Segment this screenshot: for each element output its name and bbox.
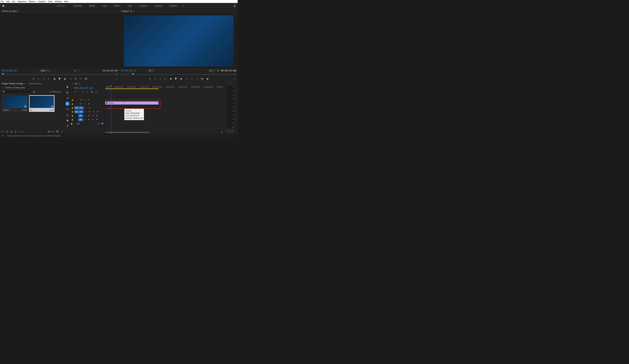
workspace-libraries[interactable]: Libraries [166,3,181,9]
playhead[interactable] [111,86,111,134]
sort-icon[interactable]: ≣▾ [48,130,50,133]
track-row-v1[interactable]: 10.mov [105,101,223,105]
creative-cloud-icon[interactable]: ◎ [2,134,4,137]
pen-tool-icon[interactable] [66,113,69,117]
transport-add-button-icon[interactable]: ＋ [233,77,235,80]
step-back-icon[interactable]: ◀| [53,78,56,80]
slip-tool-icon[interactable] [66,108,69,111]
v-zoom-mid-icon[interactable]: ○ [221,105,222,108]
menu-view[interactable]: View [48,0,52,3]
source-settings-icon[interactable]: ⇄ [78,69,80,72]
source-panel-title[interactable]: Source: (no clips) [2,10,17,12]
project-tab[interactable]: Project: Teckers cut blog [2,83,23,85]
snapshot-icon[interactable]: 📷 [201,78,204,80]
menu-graphics[interactable]: Graphics [38,0,46,3]
track-header-a2[interactable]: 🔒A2▭MS🎤 [70,114,105,118]
source-scrub[interactable] [2,73,118,76]
source-tc-left[interactable]: 00;00;00;00 [2,69,17,72]
meter-clip-right[interactable] [230,83,232,84]
workspace-captions[interactable]: Captions [151,3,166,9]
add-marker-icon[interactable]: ▼ [149,78,151,80]
play-icon[interactable] [175,77,177,80]
program-scrub[interactable] [121,73,236,76]
meter-clip-left[interactable] [228,83,230,84]
freeform-view-icon[interactable]: ⧉ [14,130,17,133]
go-to-in-icon[interactable]: |← [164,78,167,80]
timeline-clip[interactable]: 10.mov [105,101,158,105]
sequence-tab[interactable]: 10 [75,83,77,85]
track-row-mix[interactable] [105,117,223,121]
cc-tl-icon[interactable]: cc [95,91,98,93]
clip-card[interactable]: 10.mov21:08 [2,95,28,112]
program-fit-select[interactable]: Fit [148,69,154,72]
timeline-ruler[interactable]: :00:00 00:00:05:00 00:00:10:00 00:00:15:… [105,86,223,89]
program-monitor[interactable] [120,13,238,68]
timeline-tracks-area[interactable]: :00:00 00:00:05:00 00:00:10:00 00:00:15:… [105,86,223,134]
mark-out-icon[interactable]: } [43,78,45,80]
share-icon[interactable] [233,4,236,7]
mark-in-icon[interactable]: { [37,78,40,80]
workspace-audio[interactable]: Audio [124,3,136,9]
hand-tool-icon[interactable] [66,119,69,122]
track-row-v2[interactable] [105,97,223,101]
settings-tl-icon[interactable]: 🔧 [91,91,93,93]
menu-edit[interactable]: Edit [6,0,9,3]
program-zoom-select[interactable]: 1/2 [208,69,215,72]
wrench-icon[interactable]: 🔧 [217,69,219,72]
menu-clip[interactable]: Clip [12,0,15,3]
step-forward-icon[interactable]: |▶ [180,78,183,80]
track-header-v1[interactable]: 🔒V1V1▭👁 [70,106,105,110]
new-bin-icon[interactable]: ▣ [33,91,35,93]
v-zoom-bottom-icon[interactable]: ○ [221,128,222,130]
new-folder-icon[interactable]: ▭ [61,130,63,133]
track-row-a1[interactable] [105,105,223,109]
workspace-color[interactable]: Color [99,3,111,9]
mark-out-icon[interactable]: } [159,78,162,80]
zoom-slider[interactable]: ○─── [19,130,21,133]
workspace-learning[interactable]: Learning ≡ [53,3,70,9]
track-header-v2[interactable]: 🔒V2▭👁 [70,102,105,106]
track-header-a3[interactable]: 🔒A3▭MS🎤 [70,118,105,121]
razor-tool-icon[interactable] [66,102,69,106]
workspace-overflow-icon[interactable]: » [181,5,185,7]
media-browser-tab[interactable]: Media Browser [29,83,42,85]
track-header-mix[interactable]: 🔒Mix0.0�→ [70,121,105,125]
track-header-a1[interactable]: 🔒A1A1▭MS🎤 [70,110,105,114]
ripple-edit-tool-icon[interactable] [66,96,69,100]
source-panel-menu-icon[interactable]: ≡ [18,10,19,12]
add-marker-icon[interactable]: ▼ [32,78,35,80]
menu-window[interactable]: Window [55,0,62,3]
go-to-out-icon[interactable]: →| [185,78,188,80]
home-icon[interactable] [0,4,6,7]
timeline-timecode[interactable]: 00:00:02:10 [70,86,105,90]
menu-sequence[interactable]: Sequence [17,0,26,3]
source-page-select[interactable]: Page 1 [39,69,49,72]
source-safe-margins-icon[interactable]: ▦ [74,69,76,72]
snapshot-icon[interactable]: 📷 [85,78,87,80]
timeline-panel-menu-icon[interactable]: ≡ [79,83,80,85]
timeline-hscroll[interactable] [105,131,223,134]
workspace-effects[interactable]: Effects [111,3,124,9]
icon-view-icon[interactable]: ▦ [10,130,12,133]
work-area-bar[interactable] [105,88,158,89]
transport-add-button-icon[interactable]: ＋ [115,77,117,80]
snap-icon[interactable]: ∩ [78,91,80,93]
type-tool-icon[interactable] [66,124,69,128]
overwrite-icon[interactable]: ▭ [79,78,82,80]
program-tc-left[interactable]: 00:00:02:10 [121,69,137,72]
workspace-editing[interactable]: Editing [85,3,99,9]
go-to-in-icon[interactable]: |← [48,78,51,80]
workspace-graphics[interactable]: Graphics [136,3,151,9]
track-row-a3[interactable] [105,113,223,117]
solo-right-button[interactable]: S [231,130,234,132]
menu-markers[interactable]: Markers [29,0,36,3]
extract-icon[interactable]: ▭ [196,78,198,80]
mark-in-icon[interactable]: { [154,78,157,80]
track-row-a2[interactable] [105,109,223,113]
selection-tool-icon[interactable] [66,85,69,89]
insert-icon[interactable]: ⊕ [74,78,77,80]
nest-icon[interactable]: ❄ [74,91,76,93]
search-input[interactable]: 🔍 [2,90,31,93]
program-panel-title[interactable]: Program: 10 [121,10,132,12]
go-to-out-icon[interactable]: →| [69,78,72,80]
